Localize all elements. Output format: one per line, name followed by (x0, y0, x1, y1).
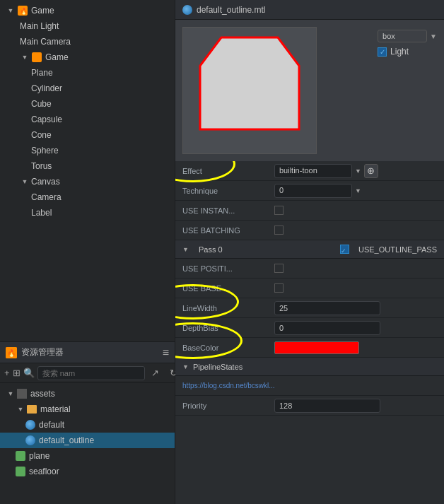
asset-item-default-outline[interactable]: default_outline (0, 433, 175, 448)
asset-label-default: default (39, 420, 64, 430)
seafloor-icon (16, 467, 25, 476)
prop-value-linewidth (274, 301, 437, 315)
prop-row-use-positi: USE POSITI... (175, 259, 444, 279)
add-effect-button[interactable]: ⊕ (364, 164, 378, 178)
assets-arrow: ▼ (6, 389, 16, 399)
prop-value-use-batching (274, 225, 437, 235)
prop-row-basecolor: BaseColor (175, 338, 444, 358)
scene-item-cube[interactable]: Cube (0, 96, 175, 112)
pipelinestates-header: ▼ PipelineStates (175, 358, 444, 376)
asset-item-assets[interactable]: ▼ assets (0, 386, 175, 402)
prop-label-use-base: USE BASE ... (182, 284, 274, 293)
asset-item-material[interactable]: ▼ material (0, 402, 175, 417)
tree-label-capsule: Capsule (31, 115, 62, 124)
panel-title-bar: default_outline.mtl (175, 0, 444, 20)
asset-item-seafloor[interactable]: seafloor (0, 464, 175, 479)
asset-label-seafloor: seafloor (29, 467, 59, 476)
prop-row-priority: Priority (175, 396, 444, 416)
tree-arrow-game: ▼ (6, 6, 16, 16)
scene-item-game-root[interactable]: ▼ 🔥 Game (0, 3, 175, 18)
prop-value-use-instan (274, 206, 437, 215)
prop-row-effect: Effect builtin-toon ▼ ⊕ (175, 161, 444, 181)
url-text[interactable]: https://blog.csdn.net/bcswkl... (182, 382, 275, 389)
asset-menu-icon[interactable]: ≡ (163, 346, 169, 359)
asset-header: 🔥 资源管理器 ≡ (0, 342, 175, 363)
view-mode-dropdown[interactable]: box (378, 30, 427, 42)
scene-item-game-child[interactable]: ▼ Game (0, 49, 175, 65)
prop-row-use-batching: USE BATCHING (175, 221, 444, 240)
preview-area: box ▼ ✓ Light (175, 20, 444, 161)
scene-item-cone[interactable]: Cone (0, 127, 175, 143)
scene-item-sphere[interactable]: Sphere (0, 143, 175, 158)
prop-value-use-base (274, 283, 437, 293)
search-asset-button[interactable]: 🔍 (23, 365, 35, 381)
tree-label-canvas: Canvas (31, 177, 60, 187)
light-checkbox[interactable]: ✓ (378, 47, 387, 57)
scene-item-cylinder[interactable]: Cylinder (0, 81, 175, 96)
asset-item-plane[interactable]: plane (0, 448, 175, 464)
technique-dropdown[interactable]: 0 (274, 184, 352, 198)
scene-item-torus[interactable]: Torus (0, 158, 175, 174)
game-child-icon (31, 52, 42, 63)
prop-label-priority: Priority (182, 402, 274, 410)
prop-row-use-base: USE BASE ... (175, 279, 444, 298)
scene-item-plane[interactable]: Plane (0, 65, 175, 81)
prop-value-depthbias (274, 321, 437, 335)
tree-label-cylinder: Cylinder (31, 83, 62, 93)
use-batching-checkbox[interactable] (274, 225, 284, 235)
priority-input[interactable] (274, 399, 380, 413)
panel-title-text: default_outline.mtl (197, 5, 265, 15)
prop-row-url: https://blog.csdn.net/bcswkl... (175, 376, 444, 396)
use-positi-checkbox[interactable] (274, 264, 284, 273)
asset-label-plane: plane (29, 451, 49, 461)
sort-asset-button[interactable]: ⊞ (13, 365, 21, 381)
tree-arrow-game-child: ▼ (20, 52, 30, 62)
light-toggle-row: ✓ Light (378, 47, 437, 57)
tree-label-torus: Torus (31, 161, 52, 171)
asset-manager-title: 资源管理器 (21, 346, 163, 358)
asset-header-icon: 🔥 (6, 347, 17, 358)
prop-label-use-positi: USE POSITI... (182, 264, 274, 273)
use-outline-pass-label: USE_OUTLINE_PASS (358, 245, 437, 254)
asset-toolbar: + ⊞ 🔍 ↗ ↻ (0, 363, 175, 383)
search-input[interactable] (37, 366, 145, 380)
prop-label-linewidth: LineWidth (182, 304, 274, 312)
light-label: Light (390, 47, 409, 57)
tree-label-cube: Cube (31, 99, 52, 109)
prop-value-effect: builtin-toon ▼ ⊕ (274, 164, 437, 178)
effect-dropdown[interactable]: builtin-toon (274, 164, 352, 178)
tree-label-game-root: Game (31, 6, 54, 16)
add-asset-button[interactable]: + (4, 365, 10, 381)
use-outline-pass-checkbox[interactable]: ✓ (340, 245, 349, 254)
prop-label-technique: Technique (182, 187, 274, 195)
basecolor-swatch[interactable] (274, 341, 359, 354)
asset-item-default[interactable]: default (0, 417, 175, 433)
tree-label-sphere: Sphere (31, 146, 59, 156)
preview-controls: box ▼ ✓ Light (378, 30, 437, 57)
scene-item-camera[interactable]: Camera (0, 189, 175, 205)
plane-icon (16, 451, 25, 461)
preview-dropdown: box ▼ (378, 30, 437, 42)
preview-canvas (182, 27, 317, 154)
prop-row-use-instan: USE INSTAN... (175, 201, 444, 221)
prop-label-basecolor: BaseColor (182, 344, 274, 352)
effect-dropdown-arrow-icon: ▼ (355, 168, 361, 175)
scene-item-capsule[interactable]: Capsule (0, 112, 175, 127)
scene-tree: ▼ 🔥 Game Main Light Main Camera ▼ Game P… (0, 0, 175, 341)
tree-label-game-child: Game (45, 52, 69, 62)
scene-item-main-camera[interactable]: Main Camera (0, 34, 175, 49)
asset-tree: ▼ assets ▼ material default default_outl… (0, 383, 175, 504)
material-icon-default-outline (25, 435, 35, 445)
use-base-checkbox[interactable] (274, 283, 284, 293)
depthbias-input[interactable] (274, 321, 380, 335)
material-icon (182, 5, 192, 15)
scene-item-canvas[interactable]: ▼ Canvas (0, 174, 175, 189)
pass-arrow-icon: ▼ (182, 246, 189, 253)
scene-item-label[interactable]: Label (0, 205, 175, 221)
use-instan-checkbox[interactable] (274, 206, 284, 215)
preview-shape (186, 30, 313, 151)
expand-asset-button[interactable]: ↗ (148, 365, 163, 381)
pass-section-header: ▼ Pass 0 ✓ USE_OUTLINE_PASS (175, 240, 444, 259)
linewidth-input[interactable] (274, 301, 380, 315)
scene-item-main-light[interactable]: Main Light (0, 18, 175, 34)
